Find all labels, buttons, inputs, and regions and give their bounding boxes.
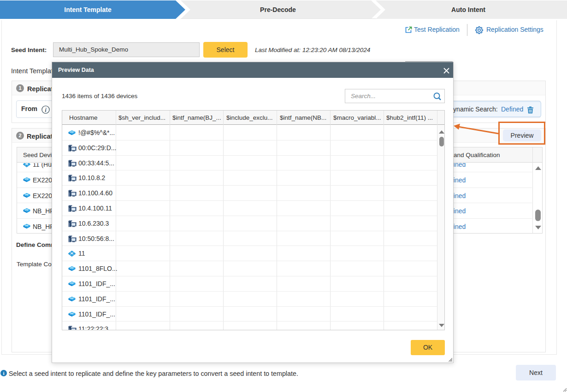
svg-text:i: i: [3, 370, 4, 376]
svg-text:i: i: [45, 106, 47, 113]
